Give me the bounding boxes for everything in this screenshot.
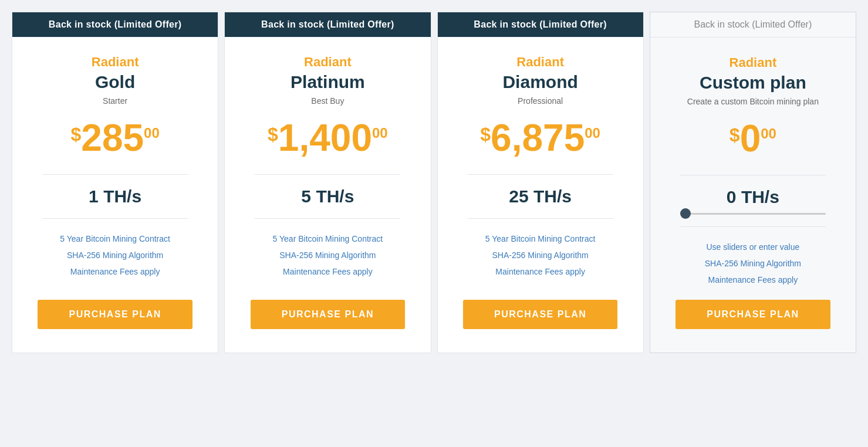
plan-subtitle-custom: Create a custom Bitcoin mining plan <box>687 96 819 108</box>
pricing-card-platinum: Back in stock (Limited Offer)RadiantPlat… <box>224 12 431 353</box>
hashrate-custom: 0 TH/s <box>727 187 779 207</box>
pricing-card-diamond: Back in stock (Limited Offer)RadiantDiam… <box>437 12 644 353</box>
price-wrapper-gold: $28500 <box>70 119 159 157</box>
feature-item-gold-0: 5 Year Bitcoin Mining Contract <box>24 231 206 247</box>
plan-subtitle-diamond: Professional <box>518 96 563 107</box>
price-wrapper-custom: $000 <box>729 120 776 157</box>
features-list-custom: Use sliders or enter valueSHA-256 Mining… <box>662 239 844 288</box>
plan-name-platinum: Platinum <box>291 72 365 92</box>
purchase-button-platinum[interactable]: PURCHASE PLAN <box>251 300 406 329</box>
stock-banner-platinum: Back in stock (Limited Offer) <box>225 12 430 37</box>
divider-bottom-gold <box>42 218 188 219</box>
card-body-diamond: RadiantDiamondProfessional$6,8750025 TH/… <box>438 37 643 341</box>
slider-container-custom[interactable] <box>680 213 826 215</box>
stock-banner-gold: Back in stock (Limited Offer) <box>12 12 218 37</box>
price-main-gold: 285 <box>81 119 144 157</box>
divider-top-diamond <box>468 174 613 175</box>
price-dollar-custom: $ <box>729 124 740 146</box>
divider-bottom-platinum <box>255 218 400 219</box>
card-body-platinum: RadiantPlatinumBest Buy$1,400005 TH/s5 Y… <box>225 37 430 341</box>
divider-bottom-diamond <box>468 218 613 219</box>
plan-name-custom: Custom plan <box>700 73 806 93</box>
brand-name-custom: Radiant <box>729 55 777 70</box>
brand-name-gold: Radiant <box>92 55 139 70</box>
hashrate-platinum: 5 TH/s <box>301 187 354 206</box>
divider-bottom-custom <box>680 226 826 227</box>
price-cents-gold: 00 <box>144 125 160 141</box>
price-cents-custom: 00 <box>761 126 776 142</box>
feature-item-diamond-0: 5 Year Bitcoin Mining Contract <box>450 231 631 247</box>
feature-item-custom-1: SHA-256 Mining Algorithm <box>662 255 844 272</box>
price-cents-diamond: 00 <box>585 125 600 141</box>
slider-line-custom <box>680 213 826 215</box>
feature-item-diamond-1: SHA-256 Mining Algorithm <box>450 247 631 263</box>
features-list-gold: 5 Year Bitcoin Mining ContractSHA-256 Mi… <box>24 231 206 280</box>
price-dollar-platinum: $ <box>268 124 278 145</box>
features-list-diamond: 5 Year Bitcoin Mining ContractSHA-256 Mi… <box>450 231 631 280</box>
price-dollar-diamond: $ <box>480 124 491 145</box>
feature-item-platinum-2: Maintenance Fees apply <box>237 263 418 280</box>
stock-banner-diamond: Back in stock (Limited Offer) <box>438 12 643 37</box>
purchase-button-diamond[interactable]: PURCHASE PLAN <box>463 300 618 329</box>
card-body-gold: RadiantGoldStarter$285001 TH/s5 Year Bit… <box>12 37 218 341</box>
pricing-card-gold: Back in stock (Limited Offer)RadiantGold… <box>12 12 218 353</box>
divider-top-gold <box>42 174 188 175</box>
divider-top-custom <box>680 175 826 175</box>
brand-name-platinum: Radiant <box>304 55 352 70</box>
feature-item-custom-0: Use sliders or enter value <box>662 239 844 255</box>
stock-banner-custom: Back in stock (Limited Offer) <box>650 12 856 38</box>
hashrate-diamond: 25 TH/s <box>509 187 572 206</box>
price-dollar-gold: $ <box>70 124 81 145</box>
feature-item-platinum-0: 5 Year Bitcoin Mining Contract <box>237 231 418 247</box>
feature-item-custom-2: Maintenance Fees apply <box>662 272 844 288</box>
price-wrapper-platinum: $1,40000 <box>268 119 388 157</box>
feature-item-platinum-1: SHA-256 Mining Algorithm <box>237 247 418 263</box>
plan-name-diamond: Diamond <box>502 72 577 92</box>
hashrate-gold: 1 TH/s <box>89 187 141 206</box>
plan-subtitle-gold: Starter <box>103 96 127 107</box>
price-wrapper-diamond: $6,87500 <box>480 119 600 157</box>
pricing-cards-container: Back in stock (Limited Offer)RadiantGold… <box>12 12 856 353</box>
feature-item-gold-1: SHA-256 Mining Algorithm <box>24 247 206 263</box>
price-main-platinum: 1,400 <box>278 119 372 157</box>
pricing-card-custom: Back in stock (Limited Offer)RadiantCust… <box>650 12 856 353</box>
brand-name-diamond: Radiant <box>516 55 564 70</box>
price-cents-platinum: 00 <box>372 125 388 141</box>
card-body-custom: RadiantCustom planCreate a custom Bitcoi… <box>650 38 856 341</box>
feature-item-diamond-2: Maintenance Fees apply <box>450 263 631 280</box>
features-list-platinum: 5 Year Bitcoin Mining ContractSHA-256 Mi… <box>237 231 418 280</box>
plan-name-gold: Gold <box>95 72 135 92</box>
purchase-button-gold[interactable]: PURCHASE PLAN <box>38 300 192 329</box>
price-main-custom: 0 <box>740 120 761 157</box>
price-main-diamond: 6,875 <box>491 119 585 157</box>
purchase-button-custom[interactable]: PURCHASE PLAN <box>676 300 830 329</box>
plan-subtitle-platinum: Best Buy <box>311 96 344 107</box>
feature-item-gold-2: Maintenance Fees apply <box>24 263 206 280</box>
divider-top-platinum <box>255 174 400 175</box>
slider-dot-custom[interactable] <box>680 208 691 219</box>
